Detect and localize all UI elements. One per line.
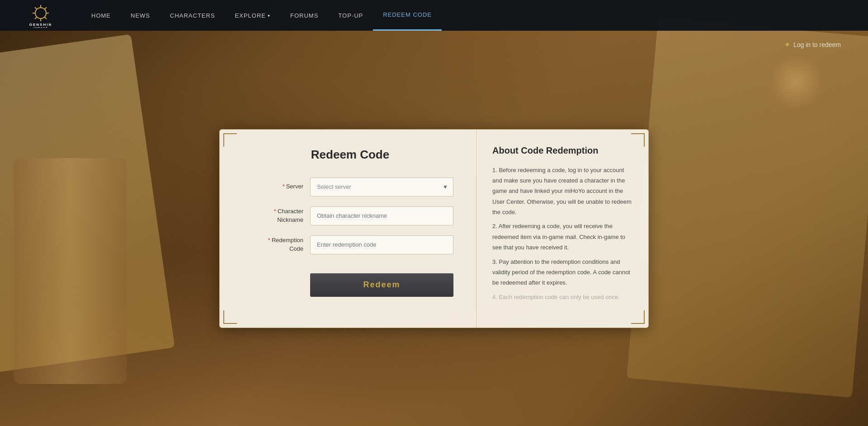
main-content: ✦ Log in to redeem Redeem Code *Server S…: [0, 31, 868, 426]
corner-bottom-right: [631, 310, 645, 324]
svg-text:IMPACT: IMPACT: [33, 27, 48, 28]
about-title: About Code Redemption: [492, 145, 632, 156]
server-row: *Server Select server America Europe Asi…: [247, 178, 453, 197]
form-title: Redeem Code: [247, 148, 453, 162]
code-input[interactable]: [310, 235, 453, 254]
button-row: Redeem: [247, 264, 453, 297]
required-star-server: *: [283, 183, 285, 190]
required-star-code: *: [268, 237, 270, 243]
about-point-4: 4. Each redemption code can only be used…: [492, 292, 632, 302]
explore-chevron-icon: ▾: [268, 13, 270, 18]
nickname-row: *CharacterNickname: [247, 206, 453, 225]
login-redeem-link[interactable]: ✦ Log in to redeem: [784, 40, 841, 50]
server-select[interactable]: Select server America Europe Asia TW, HK…: [310, 178, 453, 197]
about-content: 1. Before redeeming a code, log in to yo…: [492, 165, 632, 303]
logo[interactable]: GENSHIN IMPACT: [18, 3, 63, 28]
logo-svg: GENSHIN IMPACT: [18, 3, 63, 28]
nav-items: HOME NEWS CHARACTERS EXPLORE ▾ FORUMS TO…: [81, 0, 850, 31]
login-redeem-text: Log in to redeem: [793, 41, 841, 48]
nav-topup[interactable]: TOP-UP: [328, 0, 373, 31]
svg-point-0: [35, 8, 46, 19]
nav-news[interactable]: NEWS: [121, 0, 160, 31]
star-icon: ✦: [784, 40, 791, 50]
corner-top-right: [631, 133, 645, 147]
redeem-button[interactable]: Redeem: [310, 273, 453, 297]
nav-characters[interactable]: CHARACTERS: [160, 0, 225, 31]
code-row: *RedemptionCode: [247, 235, 453, 254]
code-label: *RedemptionCode: [247, 236, 310, 253]
required-star-nickname: *: [274, 208, 276, 215]
about-point-2: 2. After redeeming a code, you will rece…: [492, 221, 632, 253]
navbar: GENSHIN IMPACT HOME NEWS CHARACTERS EXPL…: [0, 0, 868, 31]
corner-top-left: [223, 133, 237, 147]
about-panel: About Code Redemption 1. Before redeemin…: [476, 130, 648, 328]
server-label: *Server: [247, 183, 310, 191]
server-select-wrapper: Select server America Europe Asia TW, HK…: [310, 178, 453, 197]
corner-bottom-left: [223, 310, 237, 324]
nav-forums[interactable]: FORUMS: [280, 0, 328, 31]
nav-home[interactable]: HOME: [81, 0, 121, 31]
about-point-3: 3. Pay attention to the redemption condi…: [492, 257, 632, 288]
nav-explore[interactable]: EXPLORE ▾: [225, 0, 280, 31]
nickname-label: *CharacterNickname: [247, 207, 310, 224]
nickname-input[interactable]: [310, 206, 453, 225]
about-point-1: 1. Before redeeming a code, log in to yo…: [492, 165, 632, 218]
svg-text:GENSHIN: GENSHIN: [29, 23, 52, 27]
redeem-modal: Redeem Code *Server Select server Americ…: [219, 129, 649, 328]
nav-redeem-code[interactable]: REDEEM CODE: [373, 0, 442, 31]
form-panel: Redeem Code *Server Select server Americ…: [220, 130, 476, 328]
